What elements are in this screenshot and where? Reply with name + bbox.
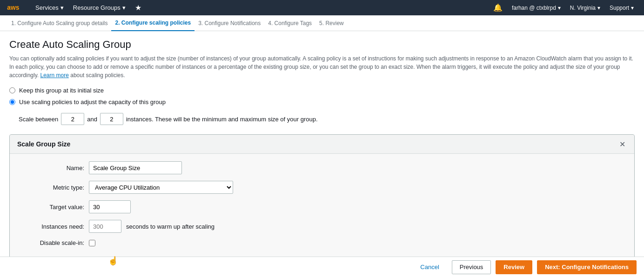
chevron-down-icon: ▾ — [558, 5, 561, 11]
resource-groups-menu[interactable]: Resource Groups ▾ — [68, 0, 130, 15]
instances-suffix: seconds to warm up after scaling — [126, 223, 215, 230]
favorites-icon[interactable]: ★ — [130, 0, 146, 15]
scale-group-body: Name: Metric type: Average CPU Utilizati… — [10, 154, 634, 260]
footer-bar: Cancel Previous Review Next: Configure N… — [0, 257, 644, 277]
close-scale-group-button[interactable]: ✕ — [617, 139, 627, 149]
chevron-down-icon: ▾ — [597, 5, 600, 11]
chevron-down-icon: ▾ — [122, 4, 126, 11]
target-label: Target value: — [19, 204, 84, 211]
nav-right: 🔔 farhan @ ctxblrpd ▾ N. Virginia ▾ Supp… — [489, 0, 638, 15]
instances-warmup-input[interactable] — [89, 220, 121, 233]
radio-group: Keep this group at its initial size Use … — [9, 87, 635, 106]
metric-type-row: Metric type: Average CPU Utilization Ave… — [19, 181, 625, 194]
learn-more-link[interactable]: Learn more — [40, 72, 68, 79]
step-3[interactable]: 3. Configure Notifications — [195, 15, 264, 31]
page-description: You can optionally add scaling policies … — [9, 54, 635, 79]
previous-button[interactable]: Previous — [452, 260, 491, 274]
support-menu[interactable]: Support ▾ — [605, 0, 638, 15]
radio-option-policies: Use scaling policies to adjust the capac… — [9, 99, 635, 106]
metric-type-select[interactable]: Average CPU Utilization Average Network … — [89, 181, 233, 194]
main-content: Create Auto Scaling Group You can option… — [0, 31, 644, 277]
cancel-button[interactable]: Cancel — [412, 260, 447, 274]
target-value-input[interactable] — [89, 200, 131, 213]
metric-label: Metric type: — [19, 184, 84, 191]
user-menu[interactable]: farhan @ ctxblrpd ▾ — [507, 0, 565, 15]
scale-between-row: Scale between and instances. These will … — [19, 113, 635, 125]
step-1[interactable]: 1. Configure Auto Scaling group details — [7, 15, 111, 31]
instances-need-row: Instances need: seconds to warm up after… — [19, 220, 625, 233]
chevron-down-icon: ▾ — [60, 4, 64, 11]
svg-text:aws: aws — [7, 4, 19, 11]
region-menu[interactable]: N. Virginia ▾ — [565, 0, 605, 15]
name-input[interactable] — [89, 161, 182, 174]
page-title: Create Auto Scaling Group — [9, 39, 635, 51]
name-row: Name: — [19, 161, 625, 174]
scale-max-input[interactable] — [100, 113, 123, 125]
scale-group-title: Scale Group Size — [17, 140, 70, 148]
step-5[interactable]: 5. Review — [315, 15, 348, 31]
services-menu[interactable]: Services ▾ — [31, 0, 68, 15]
radio-initial-label: Keep this group at its initial size — [19, 87, 104, 94]
disable-scale-in-label: Disable scale-in: — [19, 239, 84, 246]
aws-logo[interactable]: aws — [6, 3, 23, 13]
chevron-down-icon: ▾ — [631, 5, 634, 11]
scale-min-input[interactable] — [61, 113, 84, 125]
notifications-bell[interactable]: 🔔 — [489, 3, 507, 12]
scale-group-header: Scale Group Size ✕ — [10, 135, 634, 154]
disable-scale-in-checkbox[interactable] — [89, 240, 95, 246]
review-button[interactable]: Review — [496, 260, 532, 274]
step-2[interactable]: 2. Configure scaling policies — [111, 15, 195, 31]
scale-group-size-box: Scale Group Size ✕ Name: Metric type: Av… — [9, 134, 635, 277]
radio-initial-size[interactable] — [9, 87, 15, 93]
radio-option-initial: Keep this group at its initial size — [9, 87, 635, 94]
steps-bar: 1. Configure Auto Scaling group details … — [0, 15, 644, 31]
radio-policies-label: Use scaling policies to adjust the capac… — [19, 99, 166, 106]
name-label: Name: — [19, 165, 84, 171]
top-navigation: aws Services ▾ Resource Groups ▾ ★ 🔔 far… — [0, 0, 644, 15]
disable-scale-in-row: Disable scale-in: — [19, 239, 625, 246]
target-value-row: Target value: — [19, 200, 625, 213]
step-4[interactable]: 4. Configure Tags — [264, 15, 315, 31]
radio-use-policies[interactable] — [9, 99, 15, 105]
instances-label: Instances need: — [19, 223, 84, 230]
next-button[interactable]: Next: Configure Notifications — [537, 260, 637, 274]
